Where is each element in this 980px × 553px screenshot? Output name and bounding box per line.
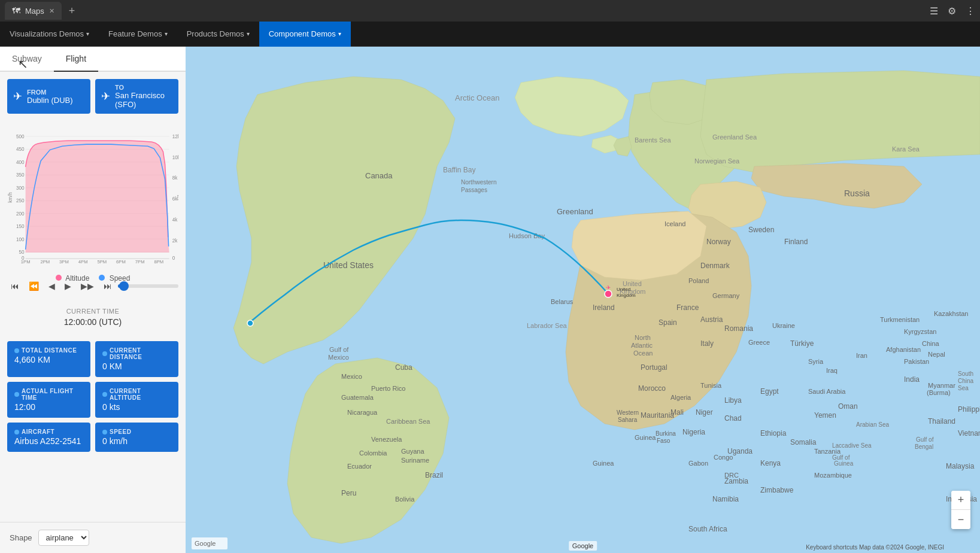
stat-actual-flight-time-label: ACTUAL FLIGHT TIME: [14, 388, 83, 401]
svg-text:Laccadive Sea: Laccadive Sea: [832, 442, 872, 449]
svg-text:Türkiye: Türkiye: [790, 339, 814, 348]
more-icon[interactable]: ⋮: [966, 5, 975, 17]
stat-aircraft-label: AIRCRAFT: [14, 429, 83, 435]
svg-text:Guatemala: Guatemala: [341, 394, 374, 401]
svg-text:Libya: Libya: [724, 396, 742, 405]
svg-text:Colombia: Colombia: [359, 449, 387, 457]
svg-text:Mexico: Mexico: [328, 354, 349, 361]
svg-text:10k: 10k: [172, 155, 178, 160]
gear-icon[interactable]: ⚙: [948, 5, 956, 17]
stat-speed-dot: [102, 430, 107, 434]
svg-text:12k: 12k: [172, 134, 178, 139]
svg-text:United States: United States: [323, 260, 374, 270]
svg-text:200: 200: [16, 211, 25, 217]
svg-text:Sahara: Sahara: [618, 417, 638, 423]
to-card: ✈ TO San Francisco (SFO): [95, 79, 178, 114]
current-time-value: 12:00:00 (UTC): [7, 317, 178, 327]
svg-text:Algeria: Algeria: [670, 394, 691, 401]
svg-text:7PM: 7PM: [135, 259, 145, 265]
svg-text:Venezuela: Venezuela: [371, 436, 402, 443]
svg-text:South: South: [958, 370, 973, 377]
zoom-out-button[interactable]: −: [951, 510, 970, 529]
map-zoom-controls: + −: [951, 491, 970, 529]
browser-tab[interactable]: 🗺 Maps ✕: [5, 2, 62, 20]
svg-text:Iran: Iran: [856, 352, 867, 359]
altitude-legend: Altitude: [56, 274, 90, 282]
svg-text:Ocean: Ocean: [633, 350, 653, 357]
nav-products-demos[interactable]: Products Demos ▾: [177, 22, 259, 47]
main-layout: ↖ Subway Flight ✈ FROM Dublin (DUB) ✈: [0, 47, 980, 553]
nav-products-label: Products Demos: [187, 29, 244, 38]
svg-text:Google: Google: [195, 540, 216, 547]
svg-text:Saudi Arabia: Saudi Arabia: [808, 388, 846, 395]
svg-text:China: China: [922, 340, 940, 347]
map-attribution: Google: [569, 541, 597, 551]
svg-text:300: 300: [16, 186, 25, 191]
svg-text:Bengal: Bengal: [915, 443, 933, 450]
svg-text:250: 250: [16, 198, 25, 203]
svg-text:Oman: Oman: [838, 402, 858, 411]
progress-bar[interactable]: [118, 284, 178, 288]
svg-text:Kenya: Kenya: [760, 459, 781, 467]
svg-text:Chad: Chad: [724, 414, 742, 423]
svg-text:Syria: Syria: [808, 358, 824, 365]
svg-text:France: France: [676, 303, 699, 312]
svg-text:North: North: [635, 334, 651, 341]
svg-text:Kingdom: Kingdom: [617, 293, 636, 298]
svg-text:2PM: 2PM: [40, 259, 50, 265]
svg-text:100: 100: [16, 237, 25, 242]
chart-legend: Altitude Speed: [7, 274, 178, 282]
svg-text:8PM: 8PM: [154, 259, 163, 265]
svg-text:Western: Western: [617, 409, 639, 416]
svg-text:Kyrgyzstan: Kyrgyzstan: [904, 328, 936, 335]
shape-selector: Shape airplane car train ship: [0, 522, 186, 553]
svg-text:Gabon: Gabon: [688, 460, 708, 467]
svg-text:Myanmar: Myanmar: [928, 382, 955, 389]
svg-text:Malaysia: Malaysia: [946, 462, 975, 470]
svg-text:Brazil: Brazil: [425, 471, 443, 479]
svg-text:Arctic Ocean: Arctic Ocean: [455, 93, 499, 102]
stat-actual-flight-time-value: 12:00: [14, 402, 83, 412]
svg-text:Guinea: Guinea: [635, 434, 656, 441]
svg-text:Greece: Greece: [748, 339, 770, 346]
svg-text:Ecuador: Ecuador: [347, 463, 372, 470]
svg-text:Guinea: Guinea: [593, 460, 614, 467]
tab-flight[interactable]: Flight: [54, 47, 98, 72]
menu-icon[interactable]: ☰: [930, 5, 938, 17]
nav-visualizations-demos[interactable]: Visualizations Demos ▾: [0, 22, 99, 47]
stat-current-distance-value: 0 KM: [102, 361, 171, 371]
chart-svg: 500 450 400 350 300 250 200 150 100 50 0…: [7, 126, 178, 269]
svg-text:Norway: Norway: [706, 238, 731, 246]
svg-text:Ukraine: Ukraine: [772, 322, 795, 329]
stat-speed: SPEED 0 km/h: [95, 423, 178, 452]
svg-text:Afghanistan: Afghanistan: [886, 346, 921, 353]
stat-total-distance-label: TOTAL DISTANCE: [14, 347, 83, 354]
current-time-label: CURRENT TIME: [7, 308, 178, 315]
nav-feature-demos[interactable]: Feature Demos ▾: [99, 22, 177, 47]
svg-text:4PM: 4PM: [78, 259, 88, 265]
map-area[interactable]: United States Canada Hudson Bay Northwes…: [186, 47, 980, 553]
svg-text:450: 450: [16, 147, 25, 152]
close-tab-button[interactable]: ✕: [49, 7, 54, 15]
nav-feature-label: Feature Demos: [108, 29, 162, 38]
stat-current-altitude-dot: [102, 392, 107, 397]
svg-text:Niger: Niger: [696, 408, 713, 417]
stat-current-distance-label: CURRENT DISTANCE: [102, 347, 171, 360]
svg-text:Kara Sea: Kara Sea: [892, 145, 920, 153]
svg-text:Belarus: Belarus: [551, 298, 574, 305]
svg-text:Philippines: Philippines: [958, 405, 980, 414]
altitude-speed-chart: 500 450 400 350 300 250 200 150 100 50 0…: [7, 126, 178, 269]
svg-text:South Africa: South Africa: [688, 525, 727, 533]
zoom-in-button[interactable]: +: [951, 491, 970, 510]
browser-bar: 🗺 Maps ✕ + ☰ ⚙ ⋮: [0, 0, 980, 22]
svg-text:China: China: [958, 378, 974, 384]
new-tab-button[interactable]: +: [65, 5, 79, 17]
svg-text:Pakistan: Pakistan: [904, 358, 929, 365]
nav-component-demos[interactable]: Component Demos ▾: [259, 22, 351, 47]
svg-text:Atlantic: Atlantic: [631, 342, 653, 349]
shape-select[interactable]: airplane car train ship: [38, 530, 89, 546]
stat-current-distance: CURRENT DISTANCE 0 KM: [95, 341, 178, 377]
svg-text:Mauritania: Mauritania: [641, 411, 674, 420]
svg-text:Cuba: Cuba: [395, 363, 412, 372]
svg-text:Puerto Rico: Puerto Rico: [371, 385, 405, 392]
